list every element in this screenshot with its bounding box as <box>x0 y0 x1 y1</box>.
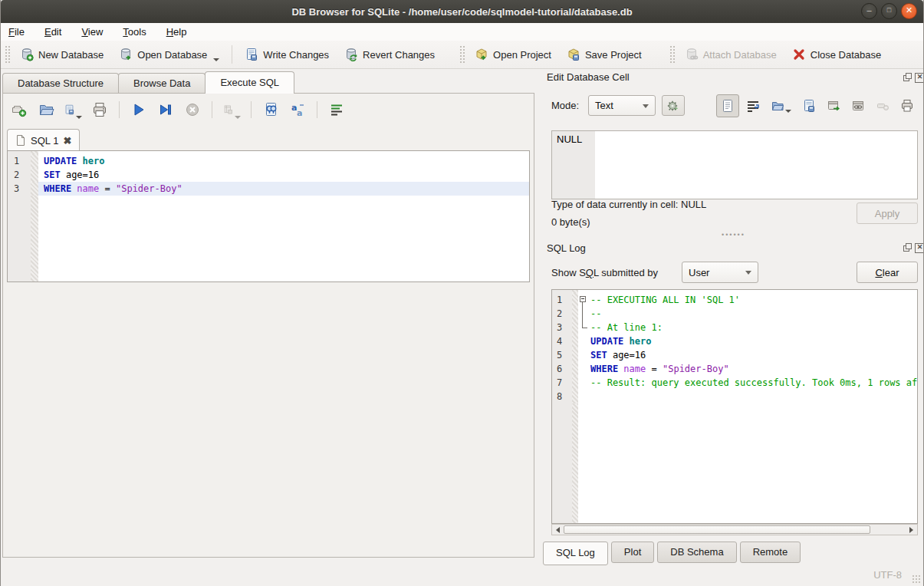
export-window-icon[interactable] <box>827 99 840 113</box>
tab-database-structure[interactable]: Database Structure <box>2 73 119 94</box>
save-results-icon[interactable] <box>222 100 241 119</box>
sql-log-view[interactable]: 1-- EXECUTING ALL IN 'SQL 1' 2-- 3-- At … <box>551 289 918 524</box>
code-token: WHERE <box>590 364 618 374</box>
scroll-left-icon[interactable] <box>552 525 564 535</box>
sql-log-hscrollbar[interactable] <box>551 524 918 535</box>
chevron-down-icon[interactable] <box>213 58 219 61</box>
tab-execute-sql[interactable]: Execute SQL <box>205 71 294 94</box>
find-replace-icon[interactable] <box>261 100 280 119</box>
apply-button[interactable]: Apply <box>857 202 918 224</box>
chevron-down-icon[interactable] <box>785 110 791 113</box>
close-database-button[interactable]: Close Database <box>784 44 889 65</box>
chevron-down-icon[interactable] <box>76 116 82 119</box>
sql-document-tab[interactable]: SQL 1 ✖ <box>7 129 80 151</box>
format-sql-icon[interactable]: aa <box>288 100 307 119</box>
code-line: 1UPDATE hero <box>8 154 529 168</box>
stop-icon[interactable] <box>183 100 202 119</box>
menu-view[interactable]: View <box>81 26 103 38</box>
tab-sql-log[interactable]: SQL Log <box>543 542 608 565</box>
maximize-icon[interactable]: □ <box>881 3 897 19</box>
open-database-button[interactable]: Open Database <box>111 44 227 65</box>
code-token <box>623 336 629 347</box>
sql-log-filter-select[interactable]: User <box>682 262 758 283</box>
close-icon[interactable]: ✕ <box>901 3 917 19</box>
toolbar-grip[interactable] <box>459 45 465 64</box>
menu-file[interactable]: File <box>8 26 25 38</box>
mode-select[interactable]: Text <box>588 95 656 116</box>
code-line: 2SET age=16 <box>8 168 529 182</box>
execute-all-icon[interactable] <box>130 100 148 119</box>
link-icon[interactable] <box>851 99 865 113</box>
tab-plot[interactable]: Plot <box>611 542 654 563</box>
scrollbar-thumb[interactable] <box>564 525 870 534</box>
database-attach-icon <box>685 48 699 61</box>
toolbar-grip[interactable] <box>669 45 675 64</box>
menu-tools[interactable]: Tools <box>123 26 146 38</box>
line-number: 2 <box>8 168 31 182</box>
scroll-right-icon[interactable] <box>906 525 917 535</box>
save-sql-file-icon[interactable] <box>64 100 82 119</box>
fold-collapse-icon[interactable] <box>578 293 590 307</box>
sql-editor[interactable]: 1UPDATE hero 2SET age=16 3WHERE name = "… <box>7 150 530 282</box>
attach-database-button[interactable]: Attach Database <box>677 44 784 65</box>
execute-current-line-icon[interactable] <box>156 100 175 119</box>
toolbar-separator <box>232 45 232 64</box>
close-tab-icon[interactable]: ✖ <box>63 136 71 146</box>
word-wrap-icon[interactable] <box>746 99 760 113</box>
sql-log-filter-label: Show SQL submitted by <box>551 267 658 278</box>
word-wrap-icon[interactable] <box>327 100 346 119</box>
code-token: "Spider-Boy" <box>116 183 182 194</box>
chevron-down-icon <box>643 104 649 108</box>
write-changes-button[interactable]: Write Changes <box>237 44 337 65</box>
line-number: 7 <box>552 376 572 390</box>
print-icon[interactable] <box>900 99 914 113</box>
text-view-toggle[interactable] <box>716 94 739 117</box>
revert-changes-button[interactable]: Revert Changes <box>337 44 442 65</box>
code-token <box>77 156 82 166</box>
dock-close-icon[interactable]: ✕ <box>915 73 924 83</box>
clear-log-button[interactable]: Clear <box>857 262 918 283</box>
project-open-icon <box>475 48 488 61</box>
open-project-button[interactable]: Open Project <box>467 44 559 65</box>
line-number: 3 <box>552 321 572 334</box>
line-number: 2 <box>552 307 572 321</box>
dock-float-icon[interactable] <box>903 243 912 252</box>
menu-help[interactable]: Help <box>166 26 187 38</box>
save-project-label: Save Project <box>585 49 642 61</box>
toolbar-separator <box>119 101 120 118</box>
tab-browse-data[interactable]: Browse Data <box>118 73 206 94</box>
code-token: WHERE <box>44 183 71 194</box>
dock-close-icon[interactable]: ✕ <box>915 243 924 253</box>
new-database-button[interactable]: New Database <box>12 44 111 65</box>
apply-settings-button[interactable] <box>662 95 685 116</box>
open-sql-file-icon[interactable] <box>37 100 55 119</box>
import-file-icon[interactable] <box>771 99 791 113</box>
titlebar[interactable]: DB Browser for SQLite - /home/user/code/… <box>1 0 923 24</box>
menubar: File Edit View Tools Help <box>1 23 923 41</box>
tab-remote[interactable]: Remote <box>740 542 801 563</box>
clear-cell-icon <box>876 99 889 113</box>
save-project-button[interactable]: Save Project <box>559 44 649 65</box>
code-token: UPDATE <box>44 156 77 166</box>
cell-value-editor[interactable]: NULL <box>551 130 918 199</box>
print-icon[interactable] <box>90 100 109 119</box>
sql-editor-toolbar: aa <box>10 100 346 119</box>
mode-label: Mode: <box>551 100 579 111</box>
apply-settings-icon <box>666 99 680 113</box>
sql-tab-label: SQL 1 <box>31 135 58 146</box>
svg-text:a: a <box>297 108 302 118</box>
menu-edit[interactable]: Edit <box>44 26 61 38</box>
log-line: 2-- <box>552 307 917 321</box>
code-token: "Spider-Boy" <box>663 364 729 374</box>
line-number: 8 <box>552 390 572 403</box>
database-new-icon <box>20 48 34 61</box>
toolbar-grip[interactable] <box>5 45 10 64</box>
minimize-icon[interactable]: – <box>861 3 877 19</box>
new-sql-tab-icon[interactable] <box>10 100 28 119</box>
export-file-icon[interactable] <box>802 99 816 113</box>
dock-float-icon[interactable] <box>903 73 912 81</box>
tab-db-schema[interactable]: DB Schema <box>657 542 736 563</box>
sql-log-filter-value: User <box>689 267 709 278</box>
resize-grip[interactable] <box>912 574 921 584</box>
dock-splitter-handle[interactable]: •••••• <box>722 232 745 237</box>
